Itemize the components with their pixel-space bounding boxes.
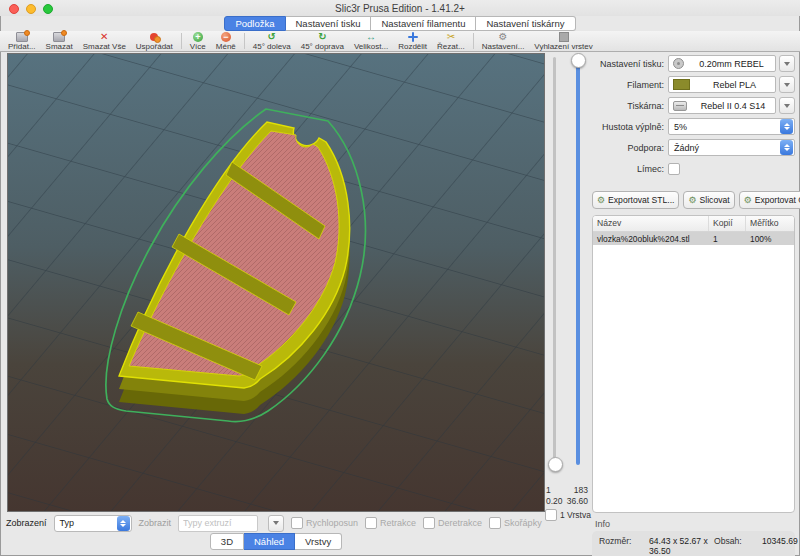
infill-select[interactable]: 5% [668,118,795,135]
print-settings-icon [673,58,684,69]
column-nazev[interactable]: Název [593,216,709,231]
scale-cell: 100% [746,234,794,244]
layer-slider-values: 1 183 0.20 36.60 [544,485,590,507]
select-stepper-icon [780,140,793,155]
view-tab-bar: 3D Náhled Vrstvy [0,533,552,550]
checkbox-label: Rychloposun [306,518,358,528]
select-stepper-icon [117,516,130,531]
chevron-down-icon [784,104,790,108]
tab-nastaveni-tiskarny[interactable]: Nastavení tiskárny [476,16,575,31]
preview-scene [8,54,544,511]
delete-all-icon [100,32,108,42]
infill-label: Hustota výplně: [592,122,664,132]
layer-slider-top-track[interactable] [576,57,580,465]
delete-all-button[interactable]: Smazat Vše [78,31,131,51]
checkbox-retrakce[interactable]: Retrakce [365,517,416,529]
object-list-header: Název Kopií Měřítko [593,216,794,232]
extrusion-types-dropdown-button[interactable] [268,515,284,532]
toolbar-separator [473,33,474,49]
settings-panel: Nastavení tisku: 0.20mm REBEL Filament: … [592,55,795,556]
slice-button[interactable]: Slicovat [683,191,734,209]
export-gcode-button[interactable]: Exportovat G-kód... [739,191,800,209]
top-layer-number: 183 [574,485,588,495]
split-icon [408,32,418,42]
printer-combo[interactable]: Rebel II 0.4 S14 [668,97,776,114]
show-label: Zobrazit [139,518,172,528]
support-select[interactable]: Žádný [668,139,795,156]
file-name-cell: vlozka%20obluk%204.stl [593,234,709,244]
arrange-button[interactable]: Uspořádat [131,31,178,51]
layer-smoothing-button[interactable]: Vyhlazení vrstev [529,31,597,51]
3d-viewport[interactable] [7,53,545,512]
select-stepper-icon [780,119,793,134]
column-meritko[interactable]: Měřítko [746,216,794,231]
checkbox-deretrakce[interactable]: Deretrakce [423,517,482,529]
view-mode-select[interactable]: Typ [54,515,132,532]
table-row[interactable]: vlozka%20obluk%204.stl 1 100% [593,232,794,245]
chevron-down-icon [273,521,279,525]
checkbox-box [365,517,377,529]
column-kopii[interactable]: Kopií [709,216,746,231]
filament-combo[interactable]: Rebel PLA [668,76,776,93]
tab-3d[interactable]: 3D [210,533,244,550]
checkbox-label: Skořápky [504,518,542,528]
layer-slider-bottom-track[interactable] [553,57,556,465]
window-title: Slic3r Prusa Edition - 1.41.2+ [0,3,800,14]
layer-slider-bottom-thumb[interactable] [548,457,563,472]
main-tab-bar: Podložka Nastavení tisku Nastavení filam… [0,16,800,31]
brim-checkbox[interactable] [668,163,680,175]
view-mode-label: Zobrazení [6,518,47,528]
rotate-left-button[interactable]: 45° doleva [248,31,296,51]
printer-label: Tiskárna: [592,101,664,111]
export-stl-button[interactable]: Exportovat STL... [592,191,679,209]
layer-slider-top-thumb[interactable] [571,53,586,68]
rotate-right-button[interactable]: 45° doprava [296,31,349,51]
scale-button[interactable]: Velikost... [349,31,393,51]
print-settings-dropdown-button[interactable] [779,55,795,72]
volume-value: 10345.69 [762,536,788,556]
filament-color-swatch [673,79,690,90]
checkbox-box [489,517,501,529]
tab-nastaveni-filamentu[interactable]: Nastavení filamentu [371,16,476,31]
toolbar: Přidat... Smazat Smazat Vše Uspořádat Ví… [0,31,800,52]
object-list: Název Kopií Měřítko vlozka%20obluk%204.s… [592,215,795,513]
checkbox-skorapky[interactable]: Skořápky [489,517,542,529]
tab-vrstvy[interactable]: Vrstvy [295,533,342,550]
add-object-icon [16,32,28,42]
extrusion-types-input[interactable] [178,515,258,532]
checkbox-label: Deretrakce [438,518,482,528]
export-stl-icon [597,196,605,205]
cut-button[interactable]: Řezat... [432,31,470,51]
filament-dropdown-button[interactable] [779,76,795,93]
more-copies-button[interactable]: Více [185,31,211,51]
print-settings-value: 0.20mm REBEL [688,59,775,69]
title-bar: Slic3r Prusa Edition - 1.41.2+ [0,0,800,16]
bottom-layer-height: 0.20 [546,496,563,506]
fewer-copies-button[interactable]: Méně [211,31,241,51]
chevron-down-icon [784,83,790,87]
chevron-down-icon [784,62,790,66]
scale-icon [366,32,376,42]
tab-podlozka[interactable]: Podložka [224,16,285,31]
info-panel: Rozměr: 64.43 x 52.67 x 36.50 Obsah: 103… [592,531,795,556]
copies-cell: 1 [709,234,746,244]
tab-nahled[interactable]: Náhled [244,533,295,550]
checkbox-rychloposun[interactable]: Rychloposun [291,517,358,529]
export-gcode-icon [744,196,752,205]
view-mode-value: Typ [55,518,116,528]
print-settings-combo[interactable]: 0.20mm REBEL [668,55,776,72]
tab-nastaveni-tisku[interactable]: Nastavení tisku [286,16,372,31]
printer-dropdown-button[interactable] [779,97,795,114]
checkbox-box [291,517,303,529]
printer-value: Rebel II 0.4 S14 [691,101,775,111]
object-settings-button[interactable]: Nastavení... [477,31,530,51]
checkbox-box [423,517,435,529]
checkbox-label: Retrakce [380,518,416,528]
info-title: Info [595,519,795,529]
gear-icon [499,32,508,42]
minus-icon [221,32,231,42]
delete-button[interactable]: Smazat [41,31,78,51]
dim-value: 64.43 x 52.67 x 36.50 [649,536,714,556]
split-button[interactable]: Rozdělit [393,31,432,51]
add-button[interactable]: Přidat... [3,31,41,51]
